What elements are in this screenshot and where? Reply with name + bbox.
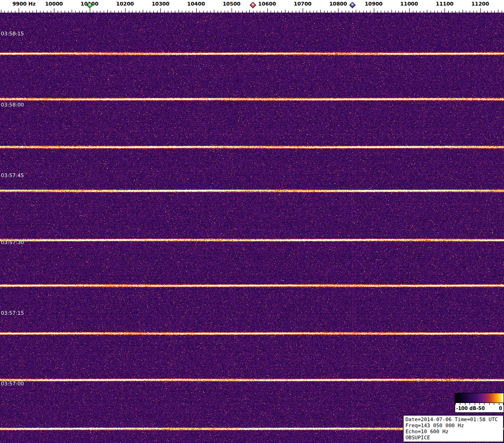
ruler-major-tick (90, 8, 90, 13)
ruler-minor-tick (381, 11, 381, 13)
red-frequency-marker-icon[interactable] (250, 2, 256, 8)
ruler-minor-tick (58, 11, 58, 13)
ruler-major-tick (374, 8, 374, 13)
ruler-major-tick (267, 8, 268, 13)
ruler-minor-tick (129, 11, 129, 13)
ruler-minor-tick (349, 11, 349, 13)
legend-tick (479, 403, 480, 405)
ruler-minor-tick (264, 11, 264, 13)
ruler-minor-tick (470, 11, 470, 13)
ruler-minor-tick (4, 11, 5, 13)
ruler-minor-tick (228, 11, 228, 13)
ruler-minor-tick (75, 11, 76, 13)
freq-tick-label: 10200 (116, 1, 134, 7)
legend-max-label: 0 (499, 406, 502, 411)
time-tick-label: 03:57:45 (1, 172, 24, 179)
ruler-minor-tick (118, 11, 119, 13)
ruler-major-tick (54, 8, 54, 13)
ruler-major-tick (338, 8, 338, 13)
ruler-minor-tick (192, 11, 193, 13)
ruler-minor-tick (502, 11, 502, 13)
ruler-minor-tick (424, 11, 424, 13)
ruler-minor-tick (79, 11, 80, 13)
ruler-minor-tick (385, 11, 385, 13)
freq-tick-label: 10500 (223, 1, 240, 7)
ruler-minor-tick (299, 11, 299, 13)
db-scale-labels: -100 dB -50 0 (455, 406, 504, 412)
ruler-minor-tick (207, 11, 207, 13)
ruler-minor-tick (164, 11, 165, 13)
ruler-major-tick (196, 8, 197, 13)
ruler-major-tick (303, 8, 303, 13)
freq-tick-label: 10400 (187, 1, 205, 7)
ruler-minor-tick (114, 11, 115, 13)
ruler-minor-tick (271, 11, 271, 13)
freq-tick-label: 9900 Hz (13, 1, 36, 7)
ruler-minor-tick (281, 11, 282, 13)
ruler-minor-tick (107, 10, 108, 13)
ruler-minor-tick (104, 11, 104, 13)
ruler-minor-tick (40, 11, 40, 13)
ruler-minor-tick (186, 11, 186, 13)
ruler-minor-tick (214, 10, 214, 13)
ruler-major-tick (125, 8, 126, 13)
blue-frequency-marker-icon[interactable] (349, 2, 356, 8)
ruler-minor-tick (36, 10, 37, 13)
ruler-minor-tick (121, 11, 122, 13)
ruler-minor-tick (260, 11, 260, 13)
ruler-minor-tick (288, 11, 289, 13)
ruler-minor-tick (22, 11, 22, 13)
ruler-minor-tick (484, 11, 484, 13)
ruler-minor-tick (363, 11, 364, 13)
ruler-minor-tick (416, 11, 417, 13)
freq-tick-label: 10000 (45, 1, 63, 7)
ruler-minor-tick (494, 11, 495, 13)
ruler-minor-tick (459, 11, 459, 13)
legend-tick (503, 403, 504, 405)
ruler-minor-tick (68, 11, 69, 13)
info-frequency: Freq=143 050 000 Hz (405, 423, 501, 429)
ruler-minor-tick (253, 11, 253, 13)
ruler-minor-tick (8, 11, 8, 13)
ruler-minor-tick (11, 11, 12, 13)
db-color-scale: -100 dB -50 0 (455, 393, 504, 413)
ruler-minor-tick (452, 11, 452, 13)
legend-tick (470, 403, 470, 405)
ruler-minor-tick (132, 11, 133, 13)
ruler-minor-tick (29, 11, 30, 13)
ruler-minor-tick (413, 11, 413, 13)
waterfall-canvas[interactable] (0, 13, 504, 443)
ruler-minor-tick (402, 11, 403, 13)
ruler-minor-tick (427, 10, 427, 13)
ruler-minor-tick (210, 11, 211, 13)
freq-tick-label: 10900 (365, 1, 382, 7)
spectrogram-app: 9900 Hz100001010010200103001040010500106… (0, 0, 504, 443)
legend-tick (484, 403, 484, 405)
ruler-minor-tick (405, 11, 406, 13)
freq-tick-label: 10600 (258, 1, 276, 7)
legend-tick (460, 403, 460, 405)
ruler-minor-tick (65, 11, 65, 13)
ruler-minor-tick (324, 11, 325, 13)
ruler-major-tick (160, 8, 161, 13)
ruler-minor-tick (278, 11, 278, 13)
time-tick-label: 03:57:30 (1, 239, 24, 245)
ruler-minor-tick (370, 11, 371, 13)
ruler-minor-tick (218, 11, 218, 13)
ruler-minor-tick (466, 11, 466, 13)
ruler-minor-tick (431, 11, 431, 13)
freq-tick-label: 10800 (329, 1, 347, 7)
ruler-minor-tick (498, 10, 498, 13)
ruler-minor-tick (168, 11, 168, 13)
ruler-minor-tick (246, 11, 246, 13)
ruler-minor-tick (420, 11, 420, 13)
time-tick-label: 03:58:15 (1, 31, 24, 37)
frequency-ruler[interactable]: 9900 Hz100001010010200103001040010500106… (0, 0, 504, 13)
ruler-minor-tick (366, 11, 367, 13)
ruler-minor-tick (153, 11, 154, 13)
ruler-minor-tick (491, 11, 491, 13)
ruler-minor-tick (93, 11, 93, 13)
ruler-minor-tick (171, 11, 172, 13)
ruler-minor-tick (15, 11, 15, 13)
legend-mid-label: -50 (477, 406, 485, 411)
